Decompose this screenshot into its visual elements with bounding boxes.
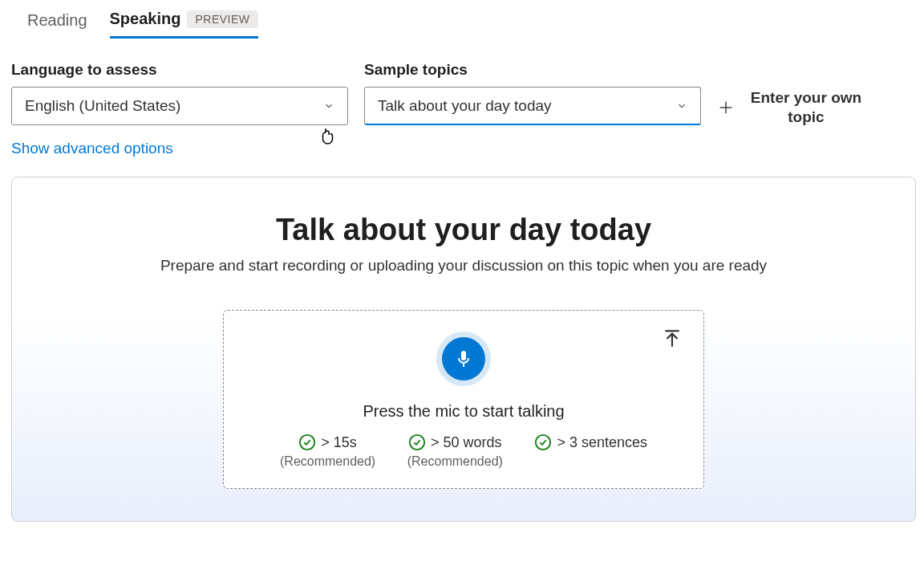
mic-inner xyxy=(442,337,485,381)
chevron-down-icon xyxy=(676,100,687,112)
panel-title: Talk about your day today xyxy=(28,213,899,247)
show-advanced-options-link[interactable]: Show advanced options xyxy=(11,140,173,157)
tab-speaking-label: Speaking xyxy=(110,10,181,28)
upload-icon[interactable] xyxy=(662,328,683,349)
svg-point-7 xyxy=(536,435,550,450)
panel-subtitle: Prepare and start recording or uploading… xyxy=(28,257,899,275)
language-label: Language to assess xyxy=(11,61,348,79)
record-card: Press the mic to start talking > 15s (Re… xyxy=(223,310,704,489)
svg-rect-4 xyxy=(463,364,464,367)
recording-panel: Talk about your day today Prepare and st… xyxy=(11,177,916,522)
mic-prompt: Press the mic to start talking xyxy=(248,402,679,421)
criterion-text: > 3 sentences xyxy=(557,434,647,451)
mic-icon xyxy=(454,349,473,368)
criterion-sub: (Recommended) xyxy=(280,454,375,469)
criterion-duration: > 15s (Recommended) xyxy=(280,434,375,469)
controls-row: Language to assess English (United State… xyxy=(11,61,913,127)
topics-group: Sample topics Talk about your day today xyxy=(364,61,701,125)
language-group: Language to assess English (United State… xyxy=(11,61,348,125)
criterion-text: > 15s xyxy=(321,434,357,451)
tab-bar: Reading Speaking PREVIEW xyxy=(11,10,913,39)
mic-button[interactable] xyxy=(436,332,491,386)
enter-own-topic-button[interactable]: Enter your own topic xyxy=(717,61,866,127)
svg-point-5 xyxy=(300,435,314,450)
enter-own-label: Enter your own topic xyxy=(746,88,866,127)
topics-label: Sample topics xyxy=(364,61,701,79)
check-circle-icon xyxy=(534,434,552,451)
criterion-sentences: > 3 sentences xyxy=(534,434,647,469)
language-select[interactable]: English (United States) xyxy=(11,87,348,125)
criterion-text: > 50 words xyxy=(431,434,502,451)
svg-point-6 xyxy=(410,435,424,450)
plus-icon xyxy=(717,99,735,116)
topics-select[interactable]: Talk about your day today xyxy=(364,87,701,125)
language-value: English (United States) xyxy=(25,97,180,115)
chevron-down-icon xyxy=(323,100,334,112)
tab-speaking[interactable]: Speaking PREVIEW xyxy=(110,10,258,39)
criterion-words: > 50 words (Recommended) xyxy=(407,434,503,469)
criteria-row: > 15s (Recommended) > 50 words (Recommen… xyxy=(248,434,679,469)
topics-value: Talk about your day today xyxy=(378,97,552,115)
check-circle-icon xyxy=(408,434,426,451)
preview-badge: PREVIEW xyxy=(187,10,257,28)
check-circle-icon xyxy=(298,434,316,451)
mouse-cursor-icon xyxy=(318,126,338,145)
criterion-sub: (Recommended) xyxy=(407,454,503,469)
tab-reading[interactable]: Reading xyxy=(27,11,87,38)
